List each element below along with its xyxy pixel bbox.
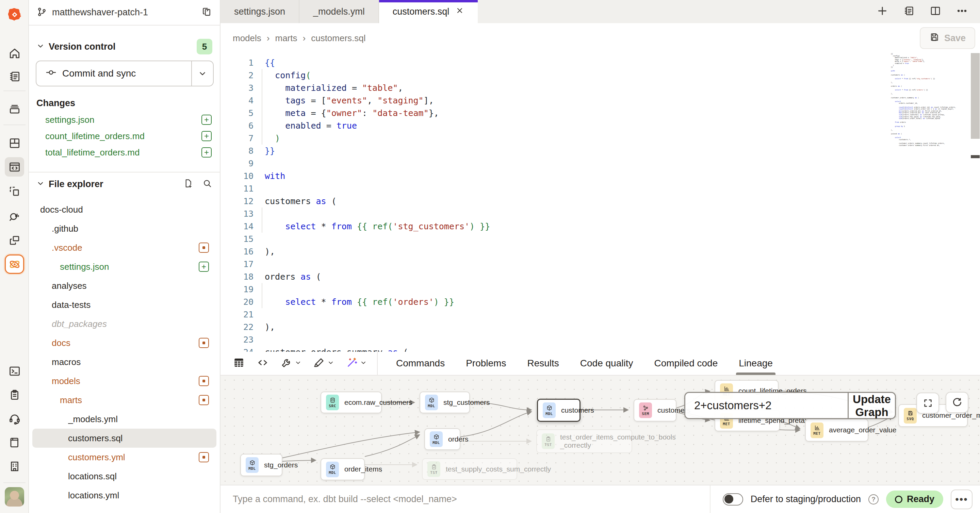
compiled-code-view-button[interactable] xyxy=(256,357,269,370)
lineage-node-customers[interactable]: MDL customers xyxy=(537,399,581,422)
rail-organization-button[interactable] xyxy=(5,457,24,476)
tree-item-data-tests[interactable]: data-tests xyxy=(32,295,216,314)
branch-header[interactable]: matthewshaver-patch-1 xyxy=(29,0,220,25)
lineage-node-average_order_value[interactable]: MET average_order_value xyxy=(805,419,869,442)
command-input[interactable] xyxy=(221,486,710,513)
more-actions-button[interactable]: ••• xyxy=(951,489,972,509)
code-lines[interactable]: 1{{2 config(3 materialized = "table",4 t… xyxy=(221,56,980,352)
lineage-node-customers[interactable]: SEM customers xyxy=(633,399,676,421)
stage-file-button[interactable]: + xyxy=(202,114,212,125)
code-line-8[interactable]: 8}} xyxy=(221,145,980,157)
rail-support-button[interactable] xyxy=(5,409,24,428)
commit-options-caret[interactable] xyxy=(191,61,213,86)
code-line-24[interactable]: 24customer_orders_summary as ( xyxy=(221,346,980,352)
tab-customers.sql[interactable]: customers.sql xyxy=(379,0,478,23)
editor-scrollbar[interactable] xyxy=(971,53,980,139)
stage-file-button[interactable]: + xyxy=(199,262,209,272)
code-line-5[interactable]: 5 meta = {"owner": "data-team"}, xyxy=(221,107,980,119)
split-editor-icon[interactable] xyxy=(930,5,941,18)
code-line-10[interactable]: 10with xyxy=(221,170,980,182)
defer-toggle[interactable] xyxy=(723,493,743,505)
notebook-icon[interactable] xyxy=(903,5,915,18)
refresh-graph-button[interactable] xyxy=(946,392,969,413)
tree-item-docs-cloud[interactable]: docs-cloud xyxy=(32,200,216,219)
lineage-node-order_items[interactable]: MDL order_items xyxy=(321,458,365,480)
tree-item-dbt_packages[interactable]: dbt_packages xyxy=(32,314,216,334)
lineage-canvas[interactable]: SRC ecom.raw_customersMDL stg_customersM… xyxy=(221,375,980,485)
help-icon[interactable]: ? xyxy=(869,494,878,505)
panel-tab-compiled-code[interactable]: Compiled code xyxy=(654,352,718,375)
tree-item-_models.yml[interactable]: _models.yml xyxy=(32,410,216,429)
rail-docs-button[interactable] xyxy=(5,433,24,452)
update-graph-button[interactable]: Update Graph xyxy=(848,393,895,418)
rail-explore-button[interactable] xyxy=(5,206,24,226)
lineage-node-ecom.raw_customers[interactable]: SRC ecom.raw_customers xyxy=(321,392,382,413)
version-control-header[interactable]: Version control 5 xyxy=(29,38,220,56)
lineage-selector-input[interactable] xyxy=(685,393,848,418)
tree-item-.vscode[interactable]: .vscode xyxy=(32,238,216,257)
new-tab-icon[interactable] xyxy=(877,5,888,18)
code-line-3[interactable]: 3 materialized = "table", xyxy=(221,82,980,94)
rail-copilot-button[interactable] xyxy=(5,254,24,274)
panel-tab-problems[interactable]: Problems xyxy=(466,352,506,375)
lineage-node-orders[interactable]: MDL orders xyxy=(424,428,460,450)
code-line-17[interactable]: 17 xyxy=(221,258,980,270)
tree-item-marts[interactable]: marts xyxy=(32,391,216,410)
breadcrumb-item[interactable]: marts xyxy=(275,33,298,44)
code-line-15[interactable]: 15 xyxy=(221,233,980,245)
stage-file-button[interactable]: + xyxy=(202,131,212,141)
minimap[interactable]: {{ config( materialized = "table", tags … xyxy=(891,53,971,146)
code-line-13[interactable]: 13 xyxy=(221,208,980,220)
copy-icon[interactable] xyxy=(202,6,212,19)
tree-item-docs[interactable]: docs xyxy=(32,334,216,353)
panel-tab-commands[interactable]: Commands xyxy=(396,352,445,375)
rail-environments-button[interactable] xyxy=(5,99,24,119)
rail-dashboard-button[interactable] xyxy=(5,133,24,153)
code-line-21[interactable]: 21 xyxy=(221,308,980,321)
tab-_models.yml[interactable]: _models.yml xyxy=(299,0,379,23)
lineage-node-test_supply_costs_sum_correctly[interactable]: TST test_supply_costs_sum_correctly xyxy=(422,458,517,480)
code-line-1[interactable]: 1{{ xyxy=(221,56,980,69)
fullscreen-button[interactable] xyxy=(916,392,939,414)
tree-item-customers.sql[interactable]: customers.sql xyxy=(32,429,216,448)
commit-and-sync-button[interactable]: Commit and sync xyxy=(36,60,214,86)
lineage-node-test_order_items_compute_to_bools[interactable]: TST test_order_items_compute_to_bools _c… xyxy=(536,429,632,453)
tree-item-locations.sql[interactable]: locations.sql xyxy=(32,467,216,486)
search-icon[interactable] xyxy=(202,178,212,190)
dbt-assist-button[interactable] xyxy=(346,357,367,370)
code-line-12[interactable]: 12customers as ( xyxy=(221,195,980,208)
rail-home-button[interactable] xyxy=(5,44,24,63)
tab-settings.json[interactable]: settings.json xyxy=(221,0,299,23)
code-line-9[interactable]: 9 xyxy=(221,157,980,170)
panel-tab-code-quality[interactable]: Code quality xyxy=(580,352,633,375)
rail-terminal-button[interactable] xyxy=(5,361,24,381)
save-button[interactable]: Save xyxy=(920,27,975,49)
tree-item-models[interactable]: models xyxy=(32,372,216,391)
code-line-19[interactable]: 19 xyxy=(221,283,980,295)
tree-item-customers.yml[interactable]: customers.yml xyxy=(32,448,216,467)
code-line-16[interactable]: 16), xyxy=(221,245,980,258)
code-line-14[interactable]: 14 select * from {{ ref('stg_customers')… xyxy=(221,220,980,233)
changed-file-row[interactable]: total_lifetime_orders.md + xyxy=(29,144,220,160)
code-line-2[interactable]: 2 config( xyxy=(221,69,980,82)
panel-tab-results[interactable]: Results xyxy=(527,352,559,375)
tree-item-analyses[interactable]: analyses xyxy=(32,276,216,295)
stage-file-button[interactable]: + xyxy=(202,147,212,157)
format-code-button[interactable] xyxy=(313,357,334,370)
code-line-6[interactable]: 6 enabled = true xyxy=(221,119,980,132)
code-editor[interactable]: 1{{2 config(3 materialized = "table",4 t… xyxy=(221,53,980,352)
status-badge[interactable]: Ready xyxy=(886,491,943,508)
results-table-button[interactable] xyxy=(233,357,245,370)
code-line-22[interactable]: 22), xyxy=(221,321,980,334)
rail-notebook-button[interactable] xyxy=(5,67,24,86)
breadcrumb-item[interactable]: models xyxy=(233,33,261,44)
tree-item-locations.yml[interactable]: locations.yml xyxy=(32,486,216,505)
code-line-7[interactable]: 7 ) xyxy=(221,132,980,145)
breadcrumb-item[interactable]: customers.sql xyxy=(311,33,366,44)
changed-file-row[interactable]: count_lifetime_orders.md + xyxy=(29,128,220,144)
code-line-11[interactable]: 11 xyxy=(221,182,980,195)
close-icon[interactable] xyxy=(455,6,464,17)
rail-visual-editor-button[interactable] xyxy=(5,182,24,201)
new-file-icon[interactable] xyxy=(183,178,193,190)
code-line-4[interactable]: 4 tags = ["events", "staging"], xyxy=(221,94,980,107)
